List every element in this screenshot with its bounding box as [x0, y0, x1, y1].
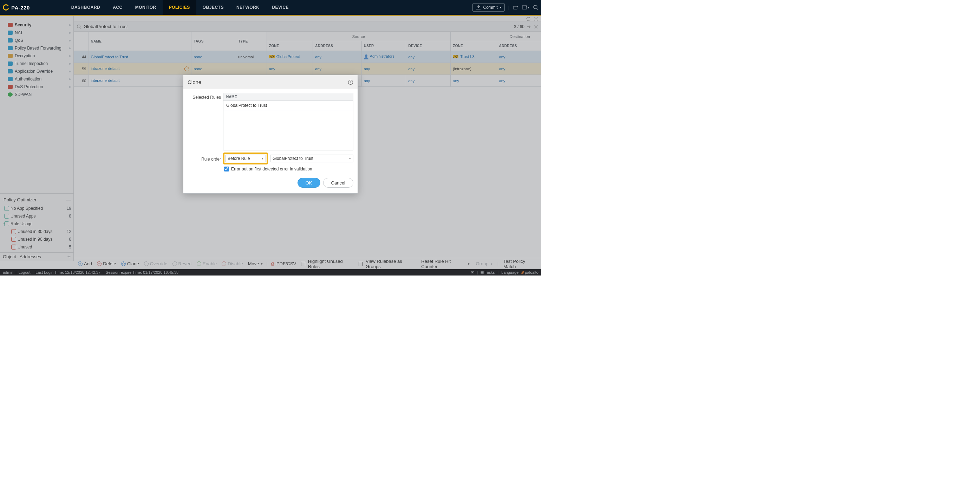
separator: |: [508, 5, 509, 10]
search-icon[interactable]: [533, 5, 538, 10]
cancel-button[interactable]: Cancel: [323, 178, 353, 188]
tab-device[interactable]: DEVICE: [266, 0, 295, 15]
selected-rules-label: Selected Rules: [188, 93, 221, 150]
product-name: PA-220: [11, 5, 30, 11]
commit-button[interactable]: Commit ▾: [473, 3, 505, 11]
rule-order-highlight: Before Rule▾: [223, 153, 268, 164]
chevron-down-icon: ▾: [349, 157, 351, 160]
svg-point-2: [533, 5, 537, 9]
commit-icon: [476, 5, 481, 10]
rule-order-label: Rule order: [188, 155, 221, 162]
config-push-icon[interactable]: [522, 5, 528, 10]
tab-monitor[interactable]: MONITOR: [129, 0, 162, 15]
help-icon[interactable]: ?: [348, 80, 353, 85]
tab-objects[interactable]: OBJECTS: [196, 0, 230, 15]
tab-policies[interactable]: POLICIES: [162, 0, 196, 15]
target-rule-select[interactable]: GlobalProtect to Trust▾: [270, 155, 353, 163]
top-nav: PA-220 DASHBOARD ACC MONITOR POLICIES OB…: [0, 0, 541, 15]
rule-order-select[interactable]: Before Rule▾: [225, 155, 266, 163]
checkbox-checked-icon[interactable]: [224, 167, 229, 172]
svg-text:?: ?: [350, 80, 351, 84]
chevron-down-icon: ▾: [528, 6, 529, 9]
ok-button[interactable]: OK: [298, 178, 320, 188]
selected-rule-item[interactable]: GlobalProtect to Trust: [223, 101, 353, 110]
tab-network[interactable]: NETWORK: [230, 0, 266, 15]
nav-right: Commit ▾ | ▾: [473, 0, 538, 15]
modal-header: Clone ?: [183, 75, 358, 89]
chevron-down-icon: ▾: [500, 6, 501, 9]
error-out-label: Error out on first detected error in val…: [231, 167, 312, 172]
modal-title: Clone: [188, 79, 201, 85]
tab-acc[interactable]: ACC: [107, 0, 129, 15]
clone-modal: Clone ? Selected Rules NAME GlobalProtec…: [183, 75, 358, 194]
commit-label: Commit: [483, 5, 498, 10]
selected-rules-list: NAME GlobalProtect to Trust: [223, 93, 353, 150]
tab-dashboard[interactable]: DASHBOARD: [65, 0, 107, 15]
chevron-down-icon: ▾: [262, 157, 263, 160]
list-header: NAME: [223, 93, 353, 101]
logo-icon: [3, 4, 9, 11]
config-lock-icon[interactable]: [513, 5, 519, 10]
error-out-row[interactable]: Error out on first detected error in val…: [188, 167, 353, 172]
svg-rect-0: [514, 6, 517, 9]
product-logo: PA-220: [0, 4, 33, 11]
nav-tabs: DASHBOARD ACC MONITOR POLICIES OBJECTS N…: [65, 0, 295, 15]
